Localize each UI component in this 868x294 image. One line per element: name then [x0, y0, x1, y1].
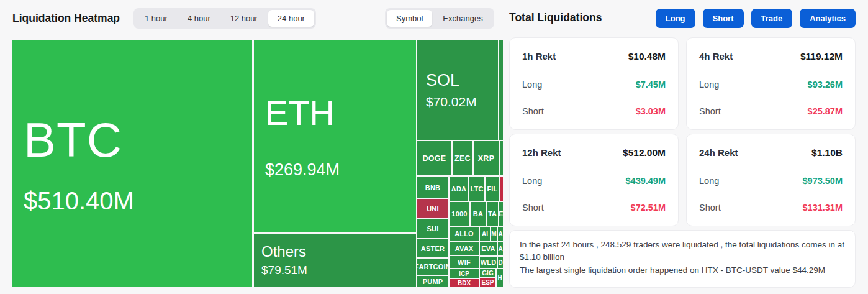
treemap-cell-fil[interactable]: FIL	[486, 177, 499, 201]
treemap-cell-pump[interactable]: PUMP	[417, 276, 448, 287]
long-label: Long	[522, 176, 542, 186]
treemap-cell-m[interactable]: M	[491, 227, 497, 241]
long-label: Long	[699, 176, 719, 186]
treemap-cell-d[interactable]: D	[498, 257, 503, 268]
mode-symbol[interactable]: Symbol	[387, 10, 432, 27]
card-24h-rekt: 24h Rekt $1.10B Long $973.50M Short $131…	[686, 134, 856, 226]
liquidation-summary-note: In the past 24 hours , 248.529 traders w…	[509, 230, 856, 288]
treemap-cell-e[interactable]: E	[499, 202, 503, 226]
short-value: $3.03M	[636, 106, 666, 116]
treemap-cell-ada[interactable]: ADA	[450, 177, 468, 201]
short-label: Short	[699, 106, 721, 116]
time-range-1-hour[interactable]: 1 hour	[135, 10, 177, 27]
short-label: Short	[522, 203, 544, 213]
card-label: 4h Rekt	[699, 51, 733, 62]
long-label: Long	[699, 80, 719, 90]
treemap-cell-sol[interactable]: SOL $70.02M	[417, 40, 498, 140]
card-label: 12h Rekt	[522, 147, 561, 158]
long-label: Long	[522, 80, 542, 90]
treemap-cell-allo[interactable]: ALLO	[450, 227, 479, 241]
treemap-cell-sliver-red[interactable]	[500, 177, 503, 201]
treemap-cell-a[interactable]: A	[498, 227, 503, 241]
short-button[interactable]: Short	[703, 9, 744, 28]
treemap-cell-a2[interactable]: A	[498, 242, 503, 255]
cell-value: $269.94M	[265, 160, 340, 180]
treemap-cell-sui[interactable]: SUI	[417, 219, 448, 238]
treemap-cell-esp[interactable]: ESP	[480, 278, 495, 287]
treemap-cell-aster[interactable]: ASTER	[417, 239, 448, 257]
treemap-cell-icp[interactable]: ICP	[450, 269, 479, 278]
card-total: $119.12M	[800, 51, 843, 62]
time-range-4-hour[interactable]: 4 hour	[178, 10, 220, 27]
treemap-cell-xrp[interactable]: XRP	[474, 141, 499, 175]
long-button[interactable]: Long	[656, 9, 695, 28]
action-buttons: Long Short Trade Analytics	[656, 9, 856, 28]
time-range-selector: 1 hour 4 hour 12 hour 24 hour	[133, 8, 316, 29]
treemap-cell-sliver[interactable]	[500, 141, 503, 175]
card-12h-rekt: 12h Rekt $512.00M Long $439.49M Short $7…	[509, 134, 679, 226]
card-label: 1h Rekt	[522, 51, 556, 62]
treemap-cell-others[interactable]: Others $79.51M	[254, 234, 416, 287]
card-4h-rekt: 4h Rekt $119.12M Long $93.26M Short $25.…	[686, 37, 856, 130]
short-label: Short	[699, 203, 721, 213]
treemap-cell-avax[interactable]: AVAX	[450, 242, 479, 255]
treemap-cell-eth[interactable]: ETH $269.94M	[254, 40, 416, 232]
cell-value: $79.51M	[261, 264, 307, 277]
treemap-cell-gig[interactable]: GIG	[480, 269, 495, 277]
treemap-cell-ltc[interactable]: LTC	[469, 177, 484, 201]
card-total: $10.48M	[628, 51, 666, 62]
card-total: $1.10B	[811, 147, 843, 158]
treemap-cell-wld[interactable]: WLD	[480, 257, 497, 268]
treemap-cell-fartcoin[interactable]: FARTCOIN	[417, 259, 448, 275]
summary-line-2: The largest single liquidation order hap…	[520, 264, 845, 277]
total-liquidations-title: Total Liquidations	[509, 11, 602, 24]
long-value: $973.50M	[803, 176, 843, 186]
treemap-cell-bdx[interactable]: BDX	[450, 279, 479, 287]
summary-line-1: In the past 24 hours , 248.529 traders w…	[520, 239, 845, 264]
card-label: 24h Rekt	[699, 147, 738, 158]
time-range-12-hour[interactable]: 12 hour	[221, 10, 267, 27]
long-value: $439.49M	[626, 176, 666, 186]
page-title: Liquidation Heatmap	[12, 12, 120, 25]
short-label: Short	[522, 106, 544, 116]
short-value: $131.31M	[803, 203, 843, 213]
liquidation-treemap: BTC $510.40M ETH $269.94M Others $79.51M…	[12, 40, 503, 287]
long-value: $7.45M	[636, 80, 666, 90]
treemap-cell-eva[interactable]: EVA	[480, 242, 497, 255]
time-range-24-hour[interactable]: 24 hour	[268, 10, 314, 27]
treemap-cell-btc[interactable]: BTC $510.40M	[12, 40, 252, 287]
treemap-cell-ta[interactable]: TA	[487, 202, 498, 226]
treemap-cell-ai[interactable]: AI	[480, 227, 490, 241]
treemap-cell-1000[interactable]: 1000	[450, 202, 469, 226]
cell-value: $510.40M	[24, 187, 134, 215]
short-value: $25.87M	[808, 106, 843, 116]
treemap-cell-uni[interactable]: UNI	[417, 199, 448, 218]
long-value: $93.26M	[808, 80, 843, 90]
card-1h-rekt: 1h Rekt $10.48M Long $7.45M Short $3.03M	[509, 37, 679, 130]
treemap-cell-h[interactable]: H	[497, 269, 503, 287]
trade-button[interactable]: Trade	[751, 9, 793, 28]
cell-symbol: ETH	[265, 93, 335, 133]
treemap-cell-ba[interactable]: BA	[471, 202, 486, 226]
cell-symbol: SOL	[426, 71, 459, 90]
cell-value: $70.02M	[426, 94, 477, 109]
card-total: $512.00M	[623, 147, 666, 158]
mode-toggle: Symbol Exchanges	[385, 8, 494, 29]
treemap-cell-wif[interactable]: WIF	[450, 256, 479, 268]
cell-symbol: BTC	[24, 112, 122, 168]
analytics-button[interactable]: Analytics	[800, 9, 856, 28]
cell-symbol: Others	[261, 243, 306, 260]
treemap-cell-sliver[interactable]	[499, 40, 503, 140]
treemap-cell-doge[interactable]: DOGE	[417, 141, 451, 175]
treemap-cell-bnb[interactable]: BNB	[417, 177, 448, 198]
treemap-cell-zec[interactable]: ZEC	[453, 141, 472, 175]
mode-exchanges[interactable]: Exchanges	[433, 10, 492, 27]
short-value: $72.51M	[631, 203, 666, 213]
rekt-stat-cards: 1h Rekt $10.48M Long $7.45M Short $3.03M…	[509, 37, 856, 226]
